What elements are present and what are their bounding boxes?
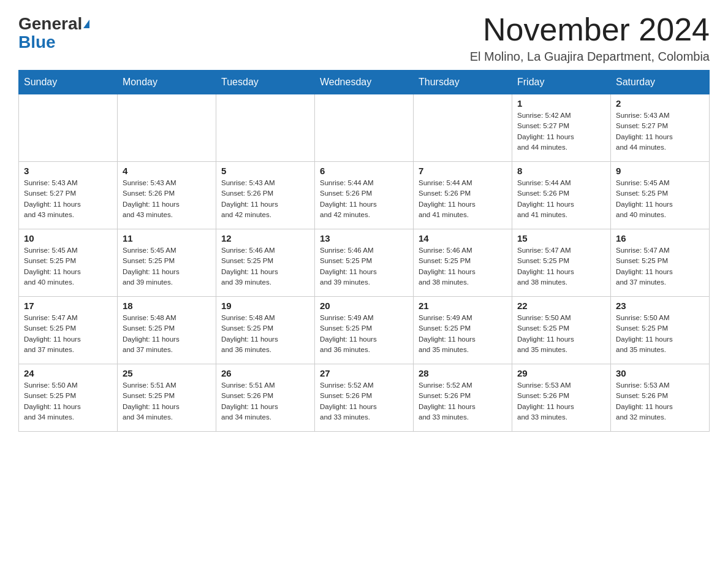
calendar-cell: 5Sunrise: 5:43 AMSunset: 5:26 PMDaylight…: [216, 162, 315, 229]
calendar-cell: [315, 94, 414, 162]
page-header: General Blue November 2024 El Molino, La…: [18, 12, 710, 64]
weekday-header-wednesday: Wednesday: [315, 71, 414, 94]
day-number: 11: [123, 233, 211, 243]
day-info: Sunrise: 5:53 AMSunset: 5:26 PMDaylight:…: [616, 380, 704, 423]
calendar-cell: 23Sunrise: 5:50 AMSunset: 5:25 PMDayligh…: [611, 297, 710, 364]
day-info: Sunrise: 5:45 AMSunset: 5:25 PMDaylight:…: [24, 245, 112, 288]
calendar-cell: [216, 94, 315, 162]
day-number: 13: [320, 233, 408, 243]
day-info: Sunrise: 5:45 AMSunset: 5:25 PMDaylight:…: [123, 245, 211, 288]
logo: General Blue: [18, 12, 89, 52]
calendar-cell: 29Sunrise: 5:53 AMSunset: 5:26 PMDayligh…: [512, 364, 611, 432]
day-number: 10: [24, 233, 112, 243]
day-info: Sunrise: 5:45 AMSunset: 5:25 PMDaylight:…: [616, 178, 704, 220]
calendar-cell: 28Sunrise: 5:52 AMSunset: 5:26 PMDayligh…: [414, 364, 512, 432]
day-number: 16: [616, 233, 704, 243]
day-info: Sunrise: 5:50 AMSunset: 5:25 PMDaylight:…: [517, 313, 605, 355]
calendar-cell: 14Sunrise: 5:46 AMSunset: 5:25 PMDayligh…: [414, 229, 512, 297]
day-number: 2: [616, 98, 704, 109]
day-info: Sunrise: 5:46 AMSunset: 5:25 PMDaylight:…: [320, 245, 408, 288]
day-number: 24: [24, 368, 112, 378]
calendar-cell: 3Sunrise: 5:43 AMSunset: 5:27 PMDaylight…: [19, 162, 118, 229]
calendar-cell: 22Sunrise: 5:50 AMSunset: 5:25 PMDayligh…: [512, 297, 611, 364]
day-info: Sunrise: 5:50 AMSunset: 5:25 PMDaylight:…: [616, 313, 704, 355]
calendar-cell: 6Sunrise: 5:44 AMSunset: 5:26 PMDaylight…: [315, 162, 414, 229]
day-info: Sunrise: 5:51 AMSunset: 5:26 PMDaylight:…: [221, 380, 309, 423]
day-number: 3: [24, 166, 112, 176]
day-info: Sunrise: 5:51 AMSunset: 5:25 PMDaylight:…: [123, 380, 211, 423]
day-number: 22: [517, 301, 605, 311]
day-info: Sunrise: 5:44 AMSunset: 5:26 PMDaylight:…: [320, 178, 408, 220]
day-number: 23: [616, 301, 704, 311]
day-number: 26: [221, 368, 309, 378]
calendar-cell: 17Sunrise: 5:47 AMSunset: 5:25 PMDayligh…: [19, 297, 118, 364]
calendar-cell: 11Sunrise: 5:45 AMSunset: 5:25 PMDayligh…: [118, 229, 216, 297]
day-number: 5: [221, 166, 309, 176]
calendar-cell: 19Sunrise: 5:48 AMSunset: 5:25 PMDayligh…: [216, 297, 315, 364]
calendar-cell: 18Sunrise: 5:48 AMSunset: 5:25 PMDayligh…: [118, 297, 216, 364]
day-info: Sunrise: 5:43 AMSunset: 5:27 PMDaylight:…: [24, 178, 112, 220]
calendar-cell: 4Sunrise: 5:43 AMSunset: 5:26 PMDaylight…: [118, 162, 216, 229]
calendar-cell: 12Sunrise: 5:46 AMSunset: 5:25 PMDayligh…: [216, 229, 315, 297]
day-info: Sunrise: 5:53 AMSunset: 5:26 PMDaylight:…: [517, 380, 605, 423]
day-number: 6: [320, 166, 408, 176]
calendar-cell: 16Sunrise: 5:47 AMSunset: 5:25 PMDayligh…: [611, 229, 710, 297]
calendar-week-1: 1Sunrise: 5:42 AMSunset: 5:27 PMDaylight…: [19, 94, 710, 162]
calendar-table: SundayMondayTuesdayWednesdayThursdayFrid…: [18, 70, 710, 432]
weekday-header-tuesday: Tuesday: [216, 71, 315, 94]
day-number: 20: [320, 301, 408, 311]
calendar-cell: 1Sunrise: 5:42 AMSunset: 5:27 PMDaylight…: [512, 94, 611, 162]
month-title: November 2024: [470, 12, 710, 47]
day-number: 1: [517, 98, 605, 109]
day-number: 30: [616, 368, 704, 378]
weekday-header-row: SundayMondayTuesdayWednesdayThursdayFrid…: [19, 71, 710, 94]
calendar-cell: 8Sunrise: 5:44 AMSunset: 5:26 PMDaylight…: [512, 162, 611, 229]
day-info: Sunrise: 5:52 AMSunset: 5:26 PMDaylight:…: [320, 380, 408, 423]
logo-general: General: [18, 15, 82, 33]
calendar-cell: 20Sunrise: 5:49 AMSunset: 5:25 PMDayligh…: [315, 297, 414, 364]
calendar-cell: 10Sunrise: 5:45 AMSunset: 5:25 PMDayligh…: [19, 229, 118, 297]
day-info: Sunrise: 5:46 AMSunset: 5:25 PMDaylight:…: [221, 245, 309, 288]
day-number: 17: [24, 301, 112, 311]
day-info: Sunrise: 5:47 AMSunset: 5:25 PMDaylight:…: [517, 245, 605, 288]
day-number: 27: [320, 368, 408, 378]
weekday-header-saturday: Saturday: [611, 71, 710, 94]
day-number: 29: [517, 368, 605, 378]
weekday-header-thursday: Thursday: [414, 71, 512, 94]
weekday-header-monday: Monday: [118, 71, 216, 94]
calendar-cell: 27Sunrise: 5:52 AMSunset: 5:26 PMDayligh…: [315, 364, 414, 432]
day-info: Sunrise: 5:44 AMSunset: 5:26 PMDaylight:…: [419, 178, 507, 220]
day-info: Sunrise: 5:47 AMSunset: 5:25 PMDaylight:…: [24, 313, 112, 355]
day-info: Sunrise: 5:48 AMSunset: 5:25 PMDaylight:…: [221, 313, 309, 355]
calendar-cell: 30Sunrise: 5:53 AMSunset: 5:26 PMDayligh…: [611, 364, 710, 432]
calendar-cell: 13Sunrise: 5:46 AMSunset: 5:25 PMDayligh…: [315, 229, 414, 297]
day-info: Sunrise: 5:44 AMSunset: 5:26 PMDaylight:…: [517, 178, 605, 220]
calendar-cell: [19, 94, 118, 162]
calendar-cell: 25Sunrise: 5:51 AMSunset: 5:25 PMDayligh…: [118, 364, 216, 432]
day-info: Sunrise: 5:42 AMSunset: 5:27 PMDaylight:…: [517, 110, 605, 153]
day-info: Sunrise: 5:52 AMSunset: 5:26 PMDaylight:…: [419, 380, 507, 423]
calendar-cell: 7Sunrise: 5:44 AMSunset: 5:26 PMDaylight…: [414, 162, 512, 229]
day-info: Sunrise: 5:48 AMSunset: 5:25 PMDaylight:…: [123, 313, 211, 355]
calendar-week-4: 17Sunrise: 5:47 AMSunset: 5:25 PMDayligh…: [19, 297, 710, 364]
calendar-cell: [118, 94, 216, 162]
day-number: 15: [517, 233, 605, 243]
calendar-week-2: 3Sunrise: 5:43 AMSunset: 5:27 PMDaylight…: [19, 162, 710, 229]
calendar-header: SundayMondayTuesdayWednesdayThursdayFrid…: [19, 71, 710, 94]
calendar-week-3: 10Sunrise: 5:45 AMSunset: 5:25 PMDayligh…: [19, 229, 710, 297]
calendar-cell: 9Sunrise: 5:45 AMSunset: 5:25 PMDaylight…: [611, 162, 710, 229]
day-number: 19: [221, 301, 309, 311]
weekday-header-sunday: Sunday: [19, 71, 118, 94]
day-number: 12: [221, 233, 309, 243]
day-number: 14: [419, 233, 507, 243]
calendar-body: 1Sunrise: 5:42 AMSunset: 5:27 PMDaylight…: [19, 94, 710, 432]
day-number: 28: [419, 368, 507, 378]
day-info: Sunrise: 5:47 AMSunset: 5:25 PMDaylight:…: [616, 245, 704, 288]
day-info: Sunrise: 5:43 AMSunset: 5:26 PMDaylight:…: [123, 178, 211, 220]
day-info: Sunrise: 5:49 AMSunset: 5:25 PMDaylight:…: [419, 313, 507, 355]
day-number: 7: [419, 166, 507, 176]
calendar-cell: 21Sunrise: 5:49 AMSunset: 5:25 PMDayligh…: [414, 297, 512, 364]
calendar-cell: [414, 94, 512, 162]
logo-triangle-icon: [83, 20, 89, 28]
day-number: 25: [123, 368, 211, 378]
